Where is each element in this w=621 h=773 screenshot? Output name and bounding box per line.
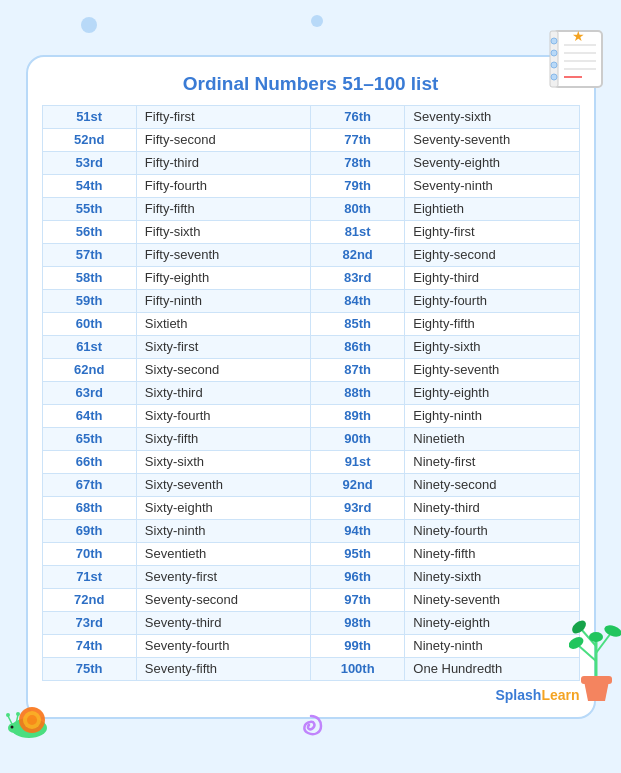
ordinal-number-right: 89th [310, 404, 404, 427]
ordinal-word-left: Fifty-seventh [136, 243, 310, 266]
ordinal-number-left: 64th [42, 404, 136, 427]
ordinal-number-right: 98th [310, 611, 404, 634]
ordinal-number-left: 70th [42, 542, 136, 565]
ordinal-word-left: Fifty-third [136, 151, 310, 174]
table-row: 56thFifty-sixth81stEighty-first [42, 220, 579, 243]
ordinal-word-left: Fifty-fifth [136, 197, 310, 220]
svg-point-31 [10, 725, 13, 728]
notebook-decoration: ★ [544, 23, 614, 93]
table-row: 73rdSeventy-third98thNinety-eighth [42, 611, 579, 634]
page-title: Ordinal Numbers 51–100 list [42, 69, 580, 95]
ordinal-word-left: Sixty-seventh [136, 473, 310, 496]
table-wrapper: 51stFifty-first76thSeventy-sixth52ndFift… [42, 105, 580, 681]
ordinal-word-left: Sixty-second [136, 358, 310, 381]
ordinal-number-left: 60th [42, 312, 136, 335]
ordinal-word-left: Sixty-fifth [136, 427, 310, 450]
ordinal-number-left: 51st [42, 105, 136, 128]
ordinal-number-left: 73rd [42, 611, 136, 634]
ordinal-number-right: 90th [310, 427, 404, 450]
table-row: 64thSixty-fourth89thEighty-ninth [42, 404, 579, 427]
ordinal-number-right: 91st [310, 450, 404, 473]
ordinal-number-right: 79th [310, 174, 404, 197]
ordinal-word-right: Eightieth [405, 197, 579, 220]
ordinal-word-right: Seventy-ninth [405, 174, 579, 197]
ordinal-number-left: 55th [42, 197, 136, 220]
svg-point-26 [8, 723, 20, 733]
ordinal-number-left: 68th [42, 496, 136, 519]
ordinal-number-left: 58th [42, 266, 136, 289]
ordinal-number-right: 77th [310, 128, 404, 151]
ordinal-word-left: Sixty-sixth [136, 450, 310, 473]
ordinal-word-right: Ninety-third [405, 496, 579, 519]
ordinal-number-right: 85th [310, 312, 404, 335]
ordinal-number-left: 53rd [42, 151, 136, 174]
ordinal-number-right: 96th [310, 565, 404, 588]
plant-decoration [569, 611, 622, 709]
table-row: 63rdSixty-third88thEighty-eighth [42, 381, 579, 404]
table-row: 72ndSeventy-second97thNinety-seventh [42, 588, 579, 611]
ordinal-number-right: 82nd [310, 243, 404, 266]
ordinal-word-left: Sixty-third [136, 381, 310, 404]
ordinal-word-right: Ninety-first [405, 450, 579, 473]
table-row: 61stSixty-first86thEighty-sixth [42, 335, 579, 358]
ordinal-word-left: Sixty-first [136, 335, 310, 358]
ordinal-word-left: Seventy-fifth [136, 657, 310, 680]
svg-point-21 [589, 632, 603, 642]
table-row: 67thSixty-seventh92ndNinety-second [42, 473, 579, 496]
ordinal-number-left: 72nd [42, 588, 136, 611]
deco-dot2 [311, 15, 323, 27]
ordinal-word-right: Eighty-first [405, 220, 579, 243]
ordinal-number-right: 93rd [310, 496, 404, 519]
ordinal-number-left: 61st [42, 335, 136, 358]
svg-point-5 [551, 74, 557, 80]
ordinal-number-left: 54th [42, 174, 136, 197]
ordinal-word-left: Seventy-fourth [136, 634, 310, 657]
ordinal-number-left: 69th [42, 519, 136, 542]
ordinal-word-left: Sixtieth [136, 312, 310, 335]
ordinal-word-right: Seventy-seventh [405, 128, 579, 151]
table-row: 52ndFifty-second77thSeventy-seventh [42, 128, 579, 151]
svg-point-19 [602, 623, 621, 639]
ordinal-word-left: Fifty-second [136, 128, 310, 151]
svg-line-15 [579, 646, 596, 661]
ordinal-word-left: Fifty-eighth [136, 266, 310, 289]
svg-point-4 [551, 62, 557, 68]
table-row: 68thSixty-eighth93rdNinety-third [42, 496, 579, 519]
ordinal-number-left: 74th [42, 634, 136, 657]
ordinal-number-right: 94th [310, 519, 404, 542]
svg-point-29 [6, 713, 10, 717]
ordinal-word-left: Seventy-third [136, 611, 310, 634]
ordinal-word-left: Seventieth [136, 542, 310, 565]
ordinal-number-right: 88th [310, 381, 404, 404]
ordinal-number-left: 57th [42, 243, 136, 266]
ordinal-number-right: 84th [310, 289, 404, 312]
ordinal-word-right: Eighty-second [405, 243, 579, 266]
ordinal-number-right: 92nd [310, 473, 404, 496]
table-row: 66thSixty-sixth91stNinety-first [42, 450, 579, 473]
ordinal-word-right: Eighty-fourth [405, 289, 579, 312]
brand-splash: Splash [495, 687, 541, 703]
ordinal-number-right: 99th [310, 634, 404, 657]
svg-text:★: ★ [572, 28, 585, 44]
ordinal-number-left: 52nd [42, 128, 136, 151]
ordinal-word-right: Eighty-ninth [405, 404, 579, 427]
ordinal-word-left: Sixty-eighth [136, 496, 310, 519]
table-row: 62ndSixty-second87thEighty-seventh [42, 358, 579, 381]
ordinal-table: 51stFifty-first76thSeventy-sixth52ndFift… [42, 105, 580, 681]
ordinal-number-left: 67th [42, 473, 136, 496]
ordinal-word-right: Eighty-sixth [405, 335, 579, 358]
ordinal-number-left: 71st [42, 565, 136, 588]
svg-point-2 [551, 38, 557, 44]
ordinal-number-right: 80th [310, 197, 404, 220]
ordinal-number-right: 86th [310, 335, 404, 358]
ordinal-word-right: Eighty-seventh [405, 358, 579, 381]
ordinal-word-right: Eighty-fifth [405, 312, 579, 335]
ordinal-word-right: Eighty-third [405, 266, 579, 289]
ordinal-word-left: Fifty-ninth [136, 289, 310, 312]
ordinal-word-left: Sixty-fourth [136, 404, 310, 427]
ordinal-number-left: 65th [42, 427, 136, 450]
ordinal-word-right: One Hundredth [405, 657, 579, 680]
ordinal-number-left: 56th [42, 220, 136, 243]
table-row: 55thFifty-fifth80thEightieth [42, 197, 579, 220]
page-container: ★ Ordinal Numbers 51–100 list 51stFifty-… [26, 35, 596, 739]
